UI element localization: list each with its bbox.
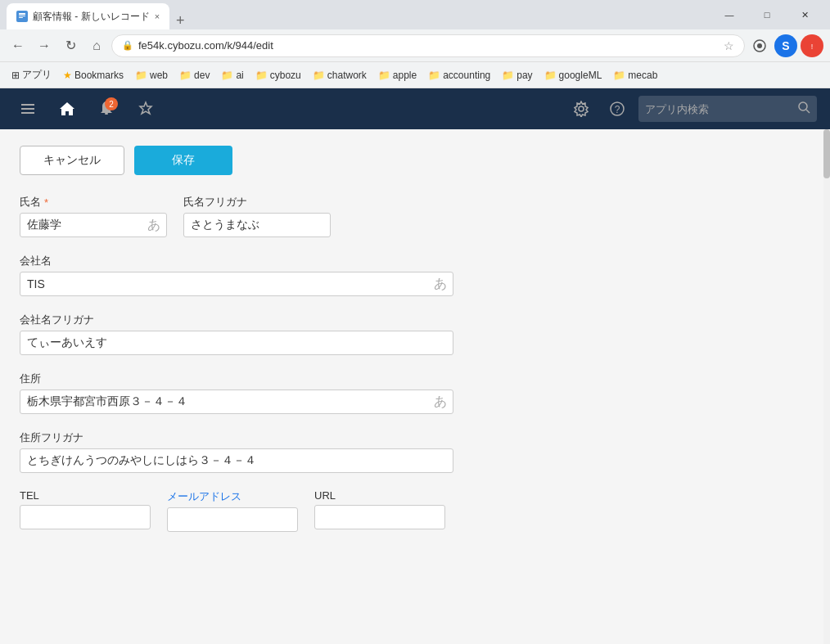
company-kana-field: 会社名フリガナ	[20, 313, 810, 355]
home-button[interactable]	[52, 94, 82, 124]
search-button[interactable]	[797, 101, 810, 117]
hamburger-menu-button[interactable]	[13, 94, 43, 124]
extensions-button[interactable]	[748, 34, 771, 57]
bookmark-web[interactable]: 📁 web	[130, 68, 173, 83]
tab-close-button[interactable]: ×	[155, 11, 160, 21]
scrollbar[interactable]	[823, 129, 830, 644]
bookmark-web-label: web	[150, 70, 168, 81]
bookmark-apps[interactable]: ⊞ アプリ	[7, 66, 56, 83]
bookmark-chatwork[interactable]: 📁 chatwork	[308, 68, 372, 83]
tab-title: 顧客情報 - 新しいレコード	[33, 10, 150, 24]
svg-rect-11	[105, 113, 108, 115]
save-button[interactable]: 保存	[134, 146, 232, 175]
svg-point-5	[757, 43, 762, 48]
bookmark-chatwork-label: chatwork	[327, 70, 367, 81]
svg-rect-1	[19, 13, 25, 15]
tel-input[interactable]	[20, 505, 151, 529]
company-input[interactable]	[20, 272, 453, 296]
minimize-button[interactable]: —	[710, 2, 748, 28]
favorites-button[interactable]	[131, 94, 160, 124]
company-label: 会社名	[20, 254, 810, 268]
svg-rect-2	[19, 16, 25, 16]
active-tab[interactable]: 顧客情報 - 新しいレコード ×	[7, 3, 169, 29]
tel-label: TEL	[20, 489, 151, 502]
help-button[interactable]: ?	[602, 94, 632, 124]
company-input-wrap: あ	[20, 272, 453, 296]
notification-wrap: 2	[92, 94, 121, 124]
folder-icon: 📁	[613, 70, 625, 81]
bookmark-ai[interactable]: 📁 ai	[216, 68, 248, 83]
toolbar-right: ?	[566, 94, 817, 124]
bookmark-pay-label: pay	[516, 70, 532, 81]
folder-icon: 📁	[255, 70, 268, 81]
url-text: fe54k.cybozu.com/k/944/edit	[138, 39, 719, 52]
close-button[interactable]: ✕	[786, 2, 823, 28]
address-bar[interactable]: 🔒 fe54k.cybozu.com/k/944/edit ☆	[111, 34, 745, 57]
scrollbar-thumb[interactable]	[823, 129, 830, 178]
home-button[interactable]: ⌂	[85, 34, 108, 57]
svg-rect-10	[21, 112, 34, 114]
cancel-button[interactable]: キャンセル	[20, 146, 124, 175]
bookmark-accounting[interactable]: 📁 accounting	[423, 68, 495, 83]
company-kana-input[interactable]	[20, 331, 453, 355]
svg-rect-8	[21, 104, 34, 106]
window-controls: — □ ✕	[710, 2, 823, 28]
maximize-button[interactable]: □	[748, 2, 786, 28]
url-input[interactable]	[314, 505, 445, 529]
company-kana-label: 会社名フリガナ	[20, 313, 810, 327]
bookmark-ai-label: ai	[236, 70, 243, 81]
name-row: 氏名 * あ 氏名フリガナ	[20, 195, 810, 237]
tab-favicon	[16, 11, 28, 22]
name-kana-field: 氏名フリガナ	[183, 195, 331, 237]
address-field: 住所 あ	[20, 372, 810, 414]
tab-bar: 顧客情報 - 新しいレコード × +	[7, 0, 192, 29]
back-button[interactable]: ←	[7, 34, 29, 57]
folder-icon: 📁	[544, 70, 557, 81]
svg-point-12	[579, 106, 584, 111]
address-label: 住所	[20, 372, 810, 386]
svg-line-16	[806, 110, 810, 113]
new-tab-button[interactable]: +	[169, 12, 192, 29]
bookmark-apple[interactable]: 📁 apple	[373, 68, 422, 83]
bookmark-bookmarks[interactable]: ★ Bookmarks	[58, 68, 129, 83]
address-kana-input[interactable]	[20, 448, 453, 473]
lock-icon: 🔒	[122, 40, 133, 51]
bookmark-dev[interactable]: 📁 dev	[174, 68, 214, 83]
search-box[interactable]	[638, 96, 817, 122]
bookmark-mecab[interactable]: 📁 mecab	[608, 68, 662, 83]
bookmark-cybozu[interactable]: 📁 cybozu	[250, 68, 306, 83]
folder-icon: 📁	[179, 70, 192, 81]
address-kana-label: 住所フリガナ	[20, 430, 810, 445]
name-input-wrap: あ	[20, 213, 167, 237]
bookmark-star-icon[interactable]: ☆	[724, 39, 734, 52]
folder-icon: 📁	[221, 70, 233, 81]
svg-rect-3	[19, 17, 23, 18]
bookmark-pay[interactable]: 📁 pay	[497, 68, 537, 83]
address-input-wrap: あ	[20, 390, 453, 414]
folder-icon: 📁	[135, 70, 147, 81]
name-field: 氏名 * あ	[20, 195, 167, 237]
email-input[interactable]	[167, 507, 298, 532]
refresh-button[interactable]: ↻	[59, 34, 82, 57]
search-input[interactable]	[645, 103, 792, 115]
name-kana-input[interactable]	[183, 213, 331, 237]
bookmarks-bar: ⊞ アプリ ★ Bookmarks 📁 web 📁 dev 📁 ai 📁 cyb…	[0, 62, 830, 88]
url-field: URL	[314, 489, 445, 532]
name-kana-label: 氏名フリガナ	[183, 195, 331, 209]
name-input[interactable]	[20, 213, 167, 237]
svg-point-15	[799, 102, 807, 110]
url-label: URL	[314, 489, 445, 502]
address-input[interactable]	[20, 390, 453, 414]
folder-icon: 📁	[378, 70, 390, 81]
bookmark-cybozu-label: cybozu	[270, 70, 301, 81]
user-avatar-button[interactable]: S	[774, 34, 797, 57]
settings-button[interactable]	[566, 94, 596, 124]
browser-right-icons: S !	[748, 34, 823, 57]
bookmark-googleml[interactable]: 📁 googleML	[539, 68, 607, 83]
notification-button[interactable]: !	[801, 34, 823, 57]
address-bar-row: ← → ↻ ⌂ 🔒 fe54k.cybozu.com/k/944/edit ☆ …	[0, 29, 830, 62]
forward-button[interactable]: →	[33, 34, 56, 57]
folder-icon: 📁	[313, 70, 325, 81]
svg-rect-9	[21, 108, 34, 110]
bookmark-apps-label: アプリ	[22, 68, 52, 82]
